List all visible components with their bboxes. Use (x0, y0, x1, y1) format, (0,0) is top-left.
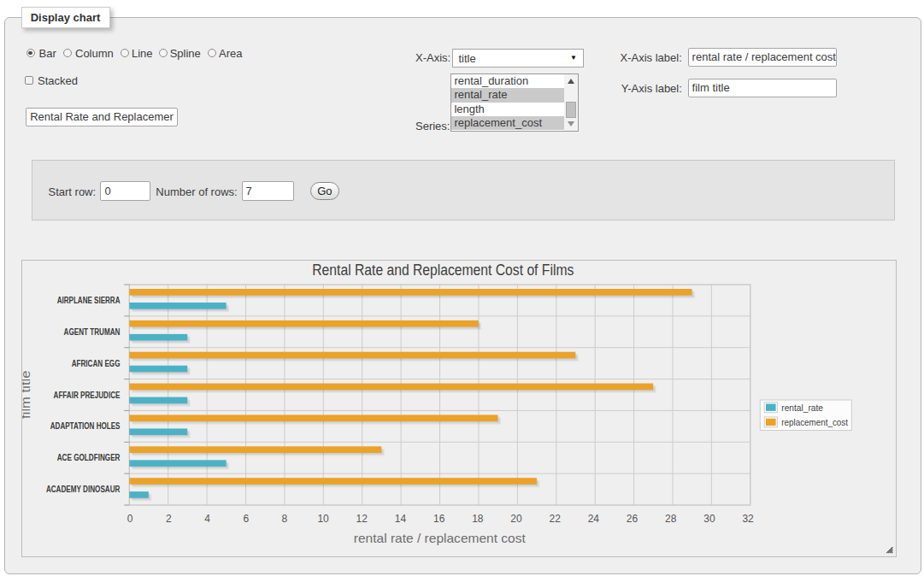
svg-text:AFRICAN EGG: AFRICAN EGG (71, 359, 120, 368)
svg-text:14: 14 (394, 513, 406, 525)
svg-text:12: 12 (356, 513, 368, 525)
svg-text:film title: film title (22, 370, 32, 419)
svg-text:18: 18 (472, 513, 484, 525)
svg-text:rental rate / replacement cost: rental rate / replacement cost (353, 531, 526, 545)
svg-text:rental_rate: rental_rate (781, 403, 823, 413)
svg-text:30: 30 (703, 513, 715, 525)
svg-text:22: 22 (549, 513, 561, 525)
svg-text:10: 10 (317, 513, 329, 525)
svg-text:2: 2 (166, 513, 172, 525)
svg-text:8: 8 (281, 513, 287, 525)
svg-text:26: 26 (627, 513, 639, 525)
svg-text:ACE GOLDFINGER: ACE GOLDFINGER (56, 453, 120, 462)
svg-text:replacement_cost: replacement_cost (781, 417, 848, 427)
svg-text:0: 0 (127, 513, 133, 525)
svg-text:24: 24 (587, 513, 599, 525)
svg-text:16: 16 (433, 513, 445, 525)
svg-text:20: 20 (510, 513, 522, 525)
svg-text:ADAPTATION HOLES: ADAPTATION HOLES (50, 421, 120, 431)
svg-text:AGENT TRUMAN: AGENT TRUMAN (63, 327, 120, 337)
svg-text:28: 28 (665, 513, 677, 525)
svg-text:Rental Rate and Replacement Co: Rental Rate and Replacement Cost of Film… (312, 262, 574, 279)
svg-text:ACADEMY DINOSAUR: ACADEMY DINOSAUR (46, 485, 121, 494)
svg-text:AFFAIR PREJUDICE: AFFAIR PREJUDICE (53, 391, 120, 400)
svg-text:6: 6 (243, 513, 249, 525)
svg-text:32: 32 (742, 513, 754, 525)
svg-text:AIRPLANE SIERRA: AIRPLANE SIERRA (56, 296, 120, 305)
svg-text:4: 4 (204, 513, 210, 525)
